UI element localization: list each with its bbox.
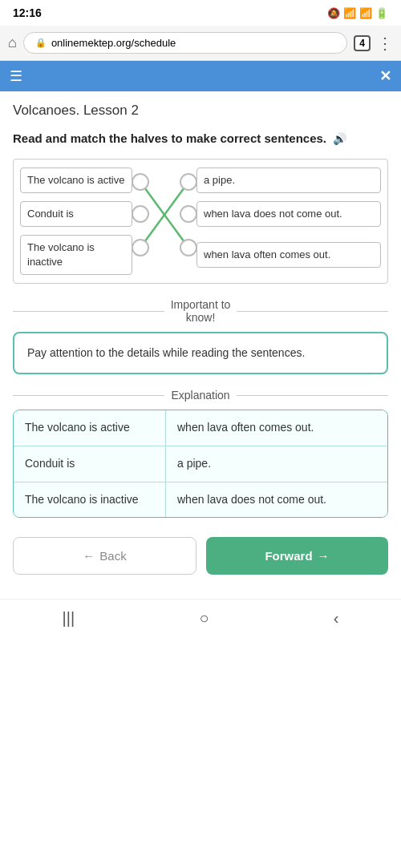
explanation-cell-right-2: a pipe. xyxy=(166,446,387,482)
forward-arrow-icon: → xyxy=(318,549,330,563)
important-divider: Important toknow! xyxy=(13,298,388,324)
match-left-3: The volcano is inactive xyxy=(20,235,132,275)
divider-line-right xyxy=(237,311,388,312)
lock-icon: 🔒 xyxy=(35,38,47,48)
match-row-1: The volcano is active a pipe. xyxy=(20,168,381,193)
url-bar[interactable]: 🔒 onlinemektep.org/schedule xyxy=(23,32,347,54)
status-icons: 🔕 📶 📶 🔋 xyxy=(327,7,388,19)
tab-count[interactable]: 4 xyxy=(354,35,371,51)
match-left-2: Conduit is xyxy=(20,201,132,227)
home-nav-icon[interactable]: ○ xyxy=(199,609,209,628)
match-exercise: The volcano is active a pipe. Conduit is… xyxy=(13,159,388,285)
explanation-cell-right-3: when lava does not come out. xyxy=(166,482,387,518)
lesson-title: Volcanoes. Lesson 2 xyxy=(13,103,388,119)
explanation-row-1: The volcano is active when lava often co… xyxy=(14,410,387,446)
signal-icon: 📶 xyxy=(359,7,372,19)
back-arrow-icon: ← xyxy=(83,549,95,563)
forward-label: Forward xyxy=(265,549,312,563)
explanation-cell-left-1: The volcano is active xyxy=(14,410,166,446)
instruction-text: Read and match the halves to make correc… xyxy=(13,131,326,145)
explanation-divider: Explanation xyxy=(13,389,388,402)
match-row-3: The volcano is inactive when lava often … xyxy=(20,235,381,275)
important-text: Pay attention to the details while readi… xyxy=(27,346,305,359)
important-label: Important toknow! xyxy=(171,298,231,324)
match-right-1: a pipe. xyxy=(196,168,381,193)
instruction: Read and match the halves to make correc… xyxy=(13,130,388,147)
explanation-table: The volcano is active when lava often co… xyxy=(13,410,388,518)
match-row-2: Conduit is when lava does not come out. xyxy=(20,201,381,227)
match-right-2: when lava does not come out. xyxy=(196,201,381,227)
match-right-3: when lava often comes out. xyxy=(196,242,381,268)
explanation-row-2: Conduit is a pipe. xyxy=(14,446,387,482)
main-content: Volcanoes. Lesson 2 Read and match the h… xyxy=(0,91,401,599)
explanation-line-right xyxy=(237,395,388,396)
mute-icon: 🔕 xyxy=(327,7,340,19)
hamburger-icon[interactable]: ☰ xyxy=(10,67,22,85)
explanation-label: Explanation xyxy=(171,389,229,402)
nav-buttons: ← Back Forward → xyxy=(13,537,388,575)
explanation-row-3: The volcano is inactive when lava does n… xyxy=(14,482,387,518)
url-text: onlinemektep.org/schedule xyxy=(51,37,176,49)
back-nav-icon[interactable]: ‹ xyxy=(334,609,339,628)
battery-icon: 🔋 xyxy=(375,7,388,19)
divider-line-left xyxy=(13,311,164,312)
bottom-nav: ||| ○ ‹ xyxy=(0,599,401,634)
status-bar: 12:16 🔕 📶 📶 🔋 xyxy=(0,0,401,26)
back-button[interactable]: ← Back xyxy=(13,537,196,575)
explanation-cell-left-2: Conduit is xyxy=(14,446,166,482)
home-icon[interactable]: ⌂ xyxy=(8,34,17,51)
status-time: 12:16 xyxy=(13,6,42,19)
match-left-1: The volcano is active xyxy=(20,168,132,193)
back-label: Back xyxy=(99,549,126,563)
close-button[interactable]: ✕ xyxy=(379,67,391,85)
wifi-icon: 📶 xyxy=(343,7,356,19)
forward-button[interactable]: Forward → xyxy=(206,537,388,575)
explanation-cell-left-3: The volcano is inactive xyxy=(14,482,166,518)
menu-dots[interactable]: ⋮ xyxy=(377,34,393,53)
recent-apps-icon[interactable]: ||| xyxy=(63,609,75,628)
browser-bar: ⌂ 🔒 onlinemektep.org/schedule 4 ⋮ xyxy=(0,26,401,61)
sound-icon[interactable]: 🔊 xyxy=(333,132,346,145)
important-box: Pay attention to the details while readi… xyxy=(13,332,388,374)
toolbar: ☰ ✕ xyxy=(0,61,401,91)
explanation-line-left xyxy=(13,395,164,396)
explanation-cell-right-1: when lava often comes out. xyxy=(166,410,387,446)
